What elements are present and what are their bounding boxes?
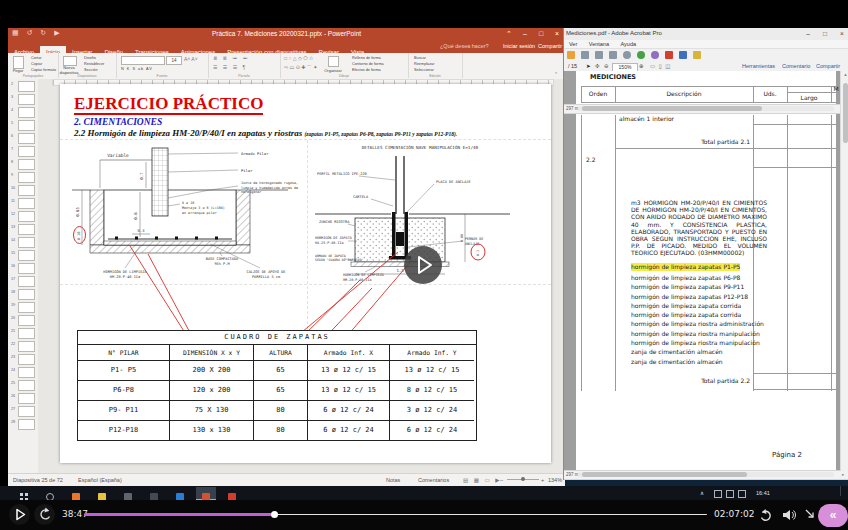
slide-thumbnail[interactable]: 15 bbox=[8, 248, 38, 261]
powerpoint-window[interactable]: ▦ ↺ ↻ ▶ Práctica 7. Mediciones 20200321.… bbox=[8, 28, 565, 485]
page-layout-icons[interactable]: ▭ ▯ ◫ bbox=[650, 61, 671, 71]
save-icon[interactable] bbox=[581, 51, 589, 59]
minimize-button[interactable]: – bbox=[517, 28, 533, 40]
share-button[interactable]: Compartir bbox=[538, 40, 562, 53]
slide-thumbnail[interactable]: 21 bbox=[8, 326, 38, 339]
slide-thumbnail[interactable]: 8 bbox=[8, 157, 38, 170]
slide-thumbnail[interactable]: 27 bbox=[8, 404, 38, 417]
select-button[interactable]: Seleccionar bbox=[414, 68, 434, 72]
scroll-up-icon[interactable]: ▴ bbox=[841, 71, 848, 77]
section-button[interactable]: Sección bbox=[84, 68, 98, 72]
cut-button[interactable]: Cortar bbox=[31, 56, 42, 60]
slide-thumbnail[interactable]: 9 bbox=[8, 170, 38, 183]
zoom-in-icon[interactable]: + bbox=[541, 474, 544, 486]
zoom-out-icon[interactable]: – bbox=[500, 474, 503, 486]
slide-thumbnail[interactable]: 17 bbox=[8, 274, 38, 287]
slide-thumbnail[interactable]: 7 bbox=[8, 144, 38, 157]
slide-thumbnail[interactable]: 28 bbox=[8, 417, 38, 430]
sign-in-button[interactable]: Iniciar sesión bbox=[503, 40, 535, 53]
layout-button[interactable]: Diseño bbox=[84, 56, 96, 60]
pdf-document-area[interactable]: MEDICIONES Orden Descripción Uds. Largo … bbox=[564, 71, 848, 471]
tell-me-search[interactable]: ¿Qué desea hacer? bbox=[440, 40, 489, 53]
paste-button[interactable]: Pegar bbox=[9, 68, 27, 73]
rewind-icon[interactable] bbox=[34, 504, 55, 525]
progress-handle[interactable] bbox=[271, 511, 278, 518]
video-play-overlay-button[interactable] bbox=[404, 246, 442, 284]
maximize-button[interactable]: □ bbox=[533, 28, 549, 40]
slide-thumbnail[interactable]: 12 bbox=[8, 209, 38, 222]
show-desktop-button[interactable] bbox=[840, 486, 847, 496]
notes-button[interactable]: Notas bbox=[386, 474, 400, 486]
progress-bar[interactable] bbox=[84, 513, 707, 516]
replace-button[interactable]: Reemplazar bbox=[414, 62, 434, 66]
view-buttons[interactable]: ▤ ▦ ▭ ▶ bbox=[463, 474, 501, 486]
grow-font-icon[interactable]: A˄ A˅ bbox=[184, 56, 198, 62]
slide-thumbnail[interactable]: 13 bbox=[8, 222, 38, 235]
shape-effects-button[interactable]: Efectos de forma bbox=[352, 68, 381, 72]
taskbar-clock[interactable]: 16:41 bbox=[756, 486, 770, 500]
shapes-gallery[interactable]: □ ○ △ ◇ ⬠ ✩ bbox=[284, 55, 313, 61]
slide-thumbnail[interactable]: 25 bbox=[8, 378, 38, 391]
taskbar-app-powerpoint[interactable] bbox=[196, 487, 216, 500]
slide-thumbnail[interactable]: 3 bbox=[8, 92, 38, 105]
scroll-thumb[interactable] bbox=[582, 106, 762, 111]
zoom-slider-handle[interactable] bbox=[521, 477, 525, 481]
slide[interactable]: EJERCICIO PRÁCTICO 2. CIMENTACIONES 2.2 … bbox=[60, 84, 551, 463]
arrange-button[interactable]: Organizar bbox=[320, 68, 346, 73]
vscroll-thumb[interactable] bbox=[843, 83, 848, 143]
scroll-thumb[interactable] bbox=[582, 472, 747, 477]
pdf-hscrollbar-top[interactable]: 297 mm ◂ ▸ bbox=[564, 104, 848, 114]
acrobat-window[interactable]: Mediciones.pdf - Adobe Acrobat Pro – □ ×… bbox=[563, 28, 848, 480]
select-tool-icon[interactable]: ➤ bbox=[586, 61, 591, 71]
volume-icon[interactable] bbox=[780, 506, 798, 528]
slide-thumbnail[interactable]: 23 bbox=[8, 352, 38, 365]
slide-thumbnail[interactable]: 20 bbox=[8, 313, 38, 326]
font-size-box[interactable]: 14 bbox=[166, 56, 182, 65]
comment-button[interactable]: Comentario bbox=[782, 61, 810, 71]
slide-thumbnail[interactable]: 26 bbox=[8, 391, 38, 404]
acrobat-maximize-button[interactable]: □ bbox=[818, 28, 832, 40]
taskbar-app-2[interactable] bbox=[92, 487, 112, 499]
acrobat-minimize-button[interactable]: – bbox=[801, 28, 815, 40]
font-style-buttons[interactable]: N K S ab AV bbox=[121, 67, 153, 71]
gear-icon[interactable] bbox=[623, 51, 631, 59]
shape-outline-button[interactable]: Contorno de forma bbox=[352, 62, 384, 66]
pdf-hscrollbar-bottom[interactable]: 297 mm ◂ ▸ bbox=[564, 470, 848, 480]
print-icon[interactable] bbox=[595, 51, 603, 59]
align-buttons[interactable]: ☰ ☰ ☰ ¶ bbox=[213, 64, 247, 70]
menu-ver[interactable]: Ver bbox=[564, 40, 582, 48]
stamp-icon[interactable] bbox=[665, 51, 673, 59]
pdf-vscrollbar[interactable]: ▴ bbox=[840, 71, 848, 471]
format-painter-button[interactable]: Copiar formato bbox=[31, 68, 56, 72]
powerpoint-titlebar[interactable]: ▦ ↺ ↻ ▶ Práctica 7. Mediciones 20200321.… bbox=[8, 28, 565, 40]
attach-icon[interactable] bbox=[679, 51, 687, 59]
taskbar-app-acrobat[interactable] bbox=[222, 487, 242, 499]
windows-taskbar[interactable]: ∧ 16:41 bbox=[0, 486, 848, 500]
ribbon-options-icon[interactable]: ⌃ bbox=[501, 28, 517, 40]
taskbar-app-1[interactable] bbox=[66, 487, 86, 499]
zoom-in-icon[interactable]: ⊕ bbox=[639, 61, 644, 71]
list-buttons[interactable]: ≣ ≣ ≔ ≕ bbox=[213, 55, 250, 61]
comment-icon[interactable] bbox=[637, 51, 645, 59]
tools-button[interactable]: Herramientas bbox=[742, 61, 775, 71]
zoom-percent[interactable]: 134% bbox=[548, 474, 562, 486]
start-button[interactable] bbox=[14, 487, 34, 499]
slide-thumbnail[interactable]: 16 bbox=[8, 261, 38, 274]
taskbar-app-4[interactable] bbox=[144, 487, 164, 499]
reset-button[interactable]: Restablecer bbox=[84, 62, 104, 66]
comments-button[interactable]: Comentarios bbox=[418, 474, 449, 486]
open-file-icon[interactable] bbox=[567, 51, 575, 59]
copy-button[interactable]: Copiar bbox=[31, 62, 42, 66]
play-button[interactable] bbox=[9, 504, 30, 525]
slide-thumbnail[interactable]: 22 bbox=[8, 339, 38, 352]
tray-chevron-icon[interactable]: ∧ bbox=[700, 486, 704, 500]
language-indicator[interactable]: Español (España) bbox=[78, 474, 122, 486]
slide-thumbnail[interactable]: 2 bbox=[8, 79, 38, 92]
slide-thumbnail[interactable]: 19 bbox=[8, 300, 38, 313]
slide-thumbnail[interactable]: 4 bbox=[8, 105, 38, 118]
slide-thumbnail[interactable]: 5 bbox=[8, 118, 38, 131]
share-pdf-button[interactable]: Compartir bbox=[816, 61, 840, 71]
font-name-box[interactable] bbox=[121, 56, 165, 65]
slide-thumbnail[interactable]: 11 bbox=[8, 196, 38, 209]
sidebar-toggle-button[interactable]: « bbox=[818, 504, 848, 527]
